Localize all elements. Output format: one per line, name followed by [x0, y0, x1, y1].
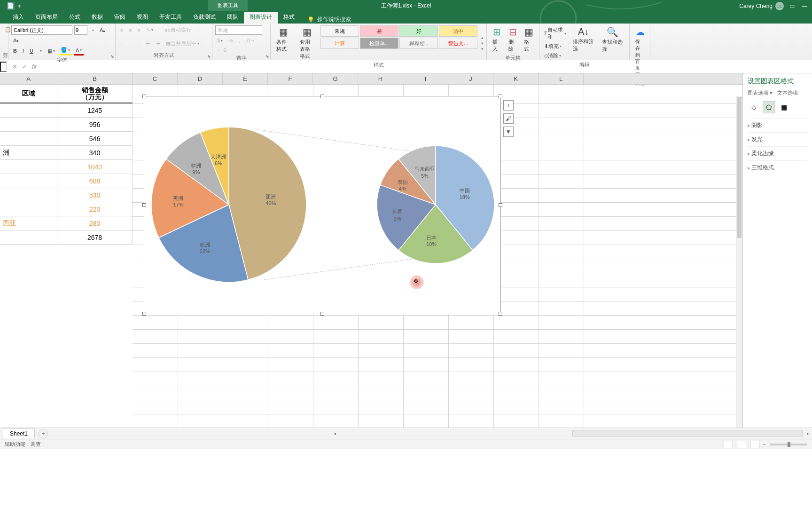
cell-styles-gallery[interactable]: 常规 差 好 适中 计算 检查单... 解释性... 警告文... [320, 25, 477, 61]
accounting-format-icon[interactable]: $ [215, 37, 225, 44]
align-middle-icon[interactable]: ≡ [127, 26, 133, 34]
column-header-L[interactable]: L [539, 73, 584, 84]
number-dialog-launcher[interactable]: ⬊ [265, 54, 269, 59]
tab-view[interactable]: 视图 [131, 11, 154, 24]
cell-value-5[interactable]: 608 [57, 174, 133, 188]
autosum-button[interactable]: Σ 自动求和 [542, 25, 568, 41]
page-break-view-button[interactable] [750, 441, 759, 448]
alignment-dialog-launcher[interactable]: ⬊ [207, 54, 211, 59]
pane-section-三维格式[interactable]: 三维格式 [748, 160, 807, 175]
resize-handle-nw[interactable] [142, 95, 146, 98]
format-as-table-button[interactable]: ▦套用 表格格式 [297, 25, 317, 61]
tab-format[interactable]: 格式 [278, 11, 300, 24]
sheet-tab-sheet1[interactable]: Sheet1 [3, 429, 35, 438]
percent-format-icon[interactable]: % [226, 37, 235, 44]
zoom-slider[interactable] [770, 444, 807, 445]
increase-font-icon[interactable]: A▴ [98, 26, 107, 34]
ribbon-display-icon[interactable]: ▭ [789, 3, 795, 9]
clear-button[interactable]: ◇ 清除 [542, 51, 568, 60]
column-header-I[interactable]: I [403, 73, 448, 84]
pane-chart-options-tab[interactable]: 图表选项 ▾ [748, 89, 773, 96]
style-explain[interactable]: 解释性... [399, 38, 438, 49]
tab-review[interactable]: 审阅 [109, 11, 131, 24]
fill-line-icon[interactable]: ◇ [748, 101, 760, 113]
column-header-G[interactable]: G [313, 73, 358, 84]
delete-cells-button[interactable]: ⊟删除 [506, 25, 521, 54]
column-header-C[interactable]: C [133, 73, 178, 84]
increase-decimal-icon[interactable]: .0→ [244, 37, 257, 44]
pane-section-发光[interactable]: 发光 [748, 132, 807, 146]
vertical-scrollbar[interactable] [736, 96, 742, 428]
column-header-E[interactable]: E [223, 73, 268, 84]
cell-value-7[interactable]: 220 [57, 202, 133, 216]
style-warn[interactable]: 警告文... [439, 38, 477, 49]
align-center-icon[interactable]: ≡ [127, 40, 133, 48]
cell-region-4[interactable] [0, 160, 57, 174]
cell-region-3[interactable]: 洲 [0, 146, 57, 160]
font-size-dropdown[interactable] [89, 27, 96, 33]
vscroll-thumb[interactable] [737, 97, 742, 238]
main-pie-chart[interactable] [144, 120, 313, 289]
cancel-formula-icon[interactable]: ✕ [12, 63, 17, 70]
cell-region-6[interactable] [0, 188, 57, 202]
add-sheet-button[interactable]: + [39, 429, 48, 438]
tab-chart-design[interactable]: 图表设计 [244, 11, 278, 24]
tab-page-layout[interactable]: 页面布局 [30, 11, 63, 24]
fill-color-button[interactable]: 🪣 [59, 46, 72, 56]
comma-format-icon[interactable]: , [237, 37, 242, 44]
italic-button[interactable]: I [21, 47, 26, 55]
tab-developer[interactable]: 开发工具 [154, 11, 187, 24]
normal-view-button[interactable] [724, 441, 733, 448]
name-box[interactable] [0, 62, 7, 72]
tab-team[interactable]: 团队 [221, 11, 244, 24]
tab-load-test[interactable]: 负载测试 [187, 11, 221, 24]
zoom-out-button[interactable]: − [763, 442, 766, 447]
column-header-K[interactable]: K [493, 73, 539, 84]
resize-handle-sw[interactable] [142, 312, 146, 316]
chart-styles-button[interactable]: 🖌 [503, 113, 514, 124]
worksheet-area[interactable]: ABCDEFGHIJKL 区域销售金额 （万元）1245956546洲34010… [0, 73, 742, 428]
style-neutral[interactable]: 适中 [439, 25, 477, 37]
chart-filters-button[interactable]: ▼ [503, 127, 514, 137]
cell-value-2[interactable]: 546 [57, 132, 133, 146]
cell-value-4[interactable]: 1040 [57, 160, 133, 174]
cell-value-0[interactable]: 1245 [57, 103, 133, 118]
underline-dropdown[interactable] [37, 48, 44, 54]
size-properties-icon[interactable]: ▦ [778, 101, 790, 113]
border-button[interactable]: ▦ [46, 47, 57, 55]
orientation-icon[interactable]: ⤡ [144, 26, 155, 34]
wrap-text-button[interactable]: ab 自动换行 [163, 25, 193, 34]
tab-formulas[interactable]: 公式 [63, 11, 86, 24]
cell-region-0[interactable] [0, 103, 57, 118]
resize-handle-n[interactable] [320, 95, 324, 98]
cell-region-9[interactable] [0, 230, 57, 245]
pane-section-柔化边缘[interactable]: 柔化边缘 [748, 146, 807, 160]
resize-handle-s[interactable] [320, 312, 324, 316]
style-normal[interactable]: 常规 [320, 25, 359, 37]
column-header-A[interactable]: A [0, 73, 57, 84]
column-header-H[interactable]: H [358, 73, 403, 84]
format-cells-button[interactable]: ▦格式 [521, 25, 536, 54]
column-header-D[interactable]: D [178, 73, 223, 84]
column-headers[interactable]: ABCDEFGHIJKL [0, 73, 742, 85]
font-color-button[interactable]: A [74, 47, 84, 56]
align-top-icon[interactable]: ≡ [118, 26, 125, 34]
cell-region-8[interactable]: 西亚 [0, 216, 57, 230]
minimize-icon[interactable]: — [802, 3, 807, 9]
cell-region-2[interactable] [0, 132, 57, 146]
user-account[interactable]: Carey Cheng CC [739, 2, 784, 10]
resize-handle-e[interactable] [499, 203, 502, 207]
style-bad[interactable]: 差 [360, 25, 398, 37]
gallery-more-icon[interactable]: ▾ [481, 47, 484, 51]
align-right-icon[interactable]: ≡ [136, 40, 142, 48]
fill-button[interactable]: ⬇ 填充 [542, 42, 568, 51]
decrease-indent-icon[interactable]: ⇤ [144, 40, 152, 48]
increase-indent-icon[interactable]: ⇥ [154, 40, 162, 48]
number-format-select[interactable] [215, 25, 262, 35]
cell-value-3[interactable]: 340 [57, 146, 133, 160]
horizontal-scrollbar[interactable] [572, 430, 803, 437]
header-sales[interactable]: 销售金额 （万元） [57, 85, 133, 103]
resize-handle-ne[interactable] [499, 95, 502, 98]
cell-value-1[interactable]: 956 [57, 118, 133, 132]
font-size-input[interactable] [74, 25, 87, 35]
